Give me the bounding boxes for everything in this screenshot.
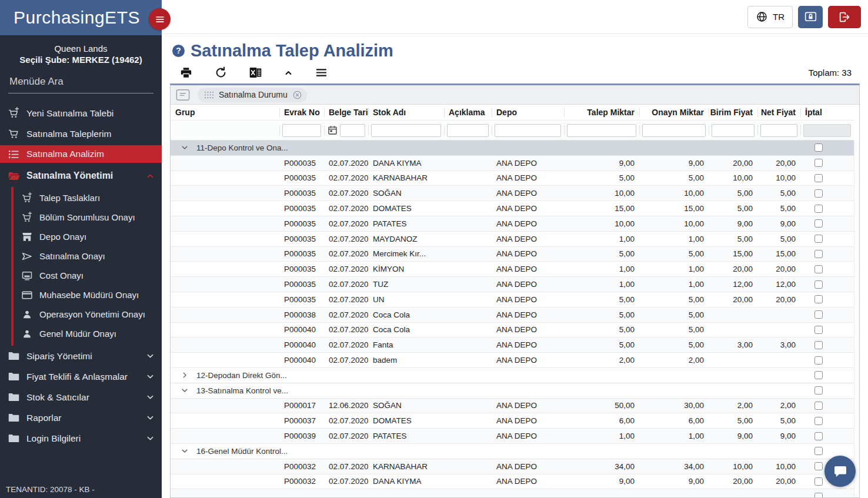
table-row[interactable]: P00003502.07.2020Mercimek Kır...ANA DEPO…: [171, 247, 854, 262]
column-header-grup[interactable]: Grup: [171, 105, 279, 120]
table-row-partial[interactable]: [171, 489, 854, 498]
sidebar-subitem-b-l-m-sorumlusu-onay[interactable]: Bölüm Sorumlusu Onayı: [14, 208, 162, 227]
table-row[interactable]: P00003502.07.2020PATATESANA DEPO10,0010,…: [171, 216, 854, 232]
table-row[interactable]: P00003502.07.2020UNANA DEPO5,005,0020,00…: [171, 292, 854, 308]
table-row[interactable]: P00003502.07.2020SOĞANANA DEPO10,0010,00…: [171, 186, 854, 201]
column-header-iptal[interactable]: İptal: [800, 105, 854, 120]
group-row-12-depodan-direkt-g-n[interactable]: 12-Depodan Direkt Gön...: [171, 368, 854, 383]
sidebar-subitem-depo-onay[interactable]: Depo Onayı: [14, 227, 162, 246]
cancel-checkbox[interactable]: [814, 159, 823, 167]
cancel-checkbox[interactable]: [814, 265, 823, 273]
cancel-checkbox[interactable]: [814, 174, 823, 182]
table-row[interactable]: P00003502.07.2020DANA KIYMAANA DEPO9,009…: [171, 156, 854, 171]
sidebar-item-login-bilgileri[interactable]: Login Bilgileri: [0, 428, 162, 449]
filter-input-onay[interactable]: [642, 124, 706, 137]
sidebar-item-fiyat-teklifi-anla-malar[interactable]: Fiyat Teklifi & Anlaşmalar: [0, 366, 162, 387]
cancel-checkbox[interactable]: [814, 326, 823, 334]
table-row[interactable]: P00001712.06.2020SOĞANANA DEPO50,0030,00…: [171, 399, 854, 414]
filter-input-stok[interactable]: [371, 124, 441, 137]
vertical-scrollbar[interactable]: [854, 141, 859, 497]
cancel-checkbox[interactable]: [814, 295, 823, 303]
table-row[interactable]: P00004002.07.2020bademANA DEPO2,002,00: [171, 353, 854, 368]
filter-input-net[interactable]: [760, 124, 797, 137]
column-header-aciklama[interactable]: Açıklama: [444, 105, 492, 120]
cancel-checkbox[interactable]: [814, 189, 823, 198]
filter-input-tarih[interactable]: [340, 124, 365, 137]
table-row[interactable]: P00003502.07.2020KİMYONANA DEPO1,001,002…: [171, 262, 854, 277]
group-panel-icon[interactable]: [176, 89, 190, 101]
sidebar-subitem-operasyon-y-netimi-onay[interactable]: Operasyon Yönetimi Onayı: [14, 305, 162, 324]
cancel-checkbox[interactable]: [814, 250, 823, 258]
group-row-13-sat-nalma-kontrol-ve[interactable]: 13-Satınalma Kontrol ve...: [171, 383, 854, 399]
sidebar-subitem-muhasebe-m-d-r-onay[interactable]: Muhasebe Müdürü Onayı: [14, 285, 162, 305]
column-header-talep[interactable]: Talep Miktar: [564, 105, 639, 120]
cancel-checkbox[interactable]: [814, 417, 823, 425]
column-chooser-icon[interactable]: [315, 66, 328, 79]
cancel-checkbox[interactable]: [814, 493, 823, 498]
cancel-checkbox[interactable]: [814, 341, 823, 349]
sidebar-subitem-cost-onay[interactable]: Cost Onayı: [14, 266, 162, 285]
table-row[interactable]: P00003502.07.2020MAYDANOZANA DEPO1,001,0…: [171, 232, 854, 247]
lock-screen-button[interactable]: [798, 6, 823, 28]
sidebar-subitem-sat-nalma-onay[interactable]: Satınalma Onayı: [14, 246, 162, 266]
sidebar-item-stok-sat-c-lar[interactable]: Stok & Satıcılar: [0, 387, 162, 407]
column-header-tarih[interactable]: Belge Tarih: [324, 105, 368, 120]
column-header-birim[interactable]: Birim Fiyat: [709, 105, 757, 120]
filter-input-aciklama[interactable]: [447, 124, 489, 137]
sidebar-item-sat-nalma-y-netimi[interactable]: Satınalma Yönetimi: [0, 165, 162, 187]
logout-button[interactable]: [828, 6, 861, 28]
table-row[interactable]: P00003202.07.2020DANA KIYMAANA DEPO9,009…: [171, 474, 854, 490]
group-row-11-depo-kontrol-ve-ona[interactable]: 11-Depo Kontrol ve Ona...: [171, 141, 854, 156]
group-chip-satinalma-durumu[interactable]: Satınalma Durumu: [198, 88, 307, 102]
group-row-16-genel-m-d-r-kontrol[interactable]: 16-Genel Müdür Kontrol...: [171, 444, 854, 459]
cancel-checkbox[interactable]: [814, 447, 823, 455]
cancel-checkbox[interactable]: [814, 477, 823, 486]
column-header-evrak[interactable]: Evrak No: [279, 105, 324, 120]
table-row[interactable]: P00004002.07.2020FantaANA DEPO5,005,003,…: [171, 337, 854, 353]
cancel-checkbox[interactable]: [814, 386, 823, 395]
table-row[interactable]: P00003502.07.2020TUZANA DEPO1,001,0012,0…: [171, 277, 854, 292]
sidebar-item-sat-nalma-analizim[interactable]: Satınalma Analizim: [0, 145, 162, 163]
table-row[interactable]: P00003802.07.2020Coca ColaANA DEPO5,005,…: [171, 308, 854, 323]
cancel-checkbox[interactable]: [814, 371, 823, 379]
cancel-checkbox[interactable]: [814, 205, 823, 213]
table-row[interactable]: P00003902.07.2020PATATESANA DEPO1,001,00…: [171, 429, 854, 444]
cancel-checkbox[interactable]: [814, 280, 823, 289]
cancel-checkbox[interactable]: [814, 235, 823, 243]
collapse-all-icon[interactable]: [283, 68, 293, 78]
cancel-checkbox[interactable]: [814, 219, 823, 228]
excel-export-icon[interactable]: [249, 66, 262, 79]
refresh-icon[interactable]: [214, 66, 228, 79]
table-row[interactable]: P00003502.07.2020DOMATESANA DEPO15,0015,…: [171, 201, 854, 216]
table-row[interactable]: P00003702.07.2020DOMATESANA DEPO6,006,00…: [171, 413, 854, 429]
sidebar-subitem-talep-taslaklar[interactable]: Talep Taslakları: [14, 188, 162, 208]
column-header-stok[interactable]: Stok Adı: [368, 105, 444, 120]
cancel-checkbox[interactable]: [814, 310, 823, 319]
filter-input-depo[interactable]: [495, 124, 561, 137]
cancel-checkbox[interactable]: [814, 432, 823, 440]
filter-input-birim[interactable]: [712, 124, 755, 137]
column-header-onay[interactable]: Onayn Miktar: [639, 105, 709, 120]
sidebar-subitem-genel-m-d-r-onay[interactable]: Genel Müdür Onayı: [14, 324, 162, 343]
sidebar-item-sat-nalma-taleplerim[interactable]: Satınalma Taleplerim: [0, 123, 162, 144]
sidebar-item-raporlar[interactable]: Raporlar: [0, 407, 162, 428]
help-icon[interactable]: ?: [172, 45, 185, 57]
cancel-checkbox[interactable]: [814, 462, 823, 470]
cancel-checkbox[interactable]: [814, 143, 823, 152]
sidebar-item-sipari-y-netimi[interactable]: Sipariş Yönetimi: [0, 346, 162, 366]
table-row[interactable]: P00004002.07.2020Coca ColaANA DEPO5,005,…: [171, 323, 854, 338]
cancel-checkbox[interactable]: [814, 356, 823, 365]
menu-search-input[interactable]: [9, 76, 152, 88]
print-icon[interactable]: [179, 66, 193, 79]
language-button[interactable]: TR: [747, 6, 793, 28]
table-row[interactable]: P00003502.07.2020KARNABAHARANA DEPO5,005…: [171, 171, 854, 186]
cancel-checkbox[interactable]: [814, 402, 823, 410]
menu-toggle-button[interactable]: [149, 8, 171, 30]
sidebar-item-yeni-sat-nalma-talebi[interactable]: Yeni Satınalma Talebi: [0, 103, 162, 123]
column-header-depo[interactable]: Depo: [492, 105, 564, 120]
chat-fab-button[interactable]: [824, 456, 856, 487]
table-row[interactable]: P00003202.07.2020KARNABAHARANA DEPO34,00…: [171, 459, 854, 474]
filter-input-evrak[interactable]: [282, 124, 321, 137]
remove-group-icon[interactable]: [292, 90, 302, 100]
column-header-net[interactable]: Net Fiyat: [757, 105, 800, 120]
